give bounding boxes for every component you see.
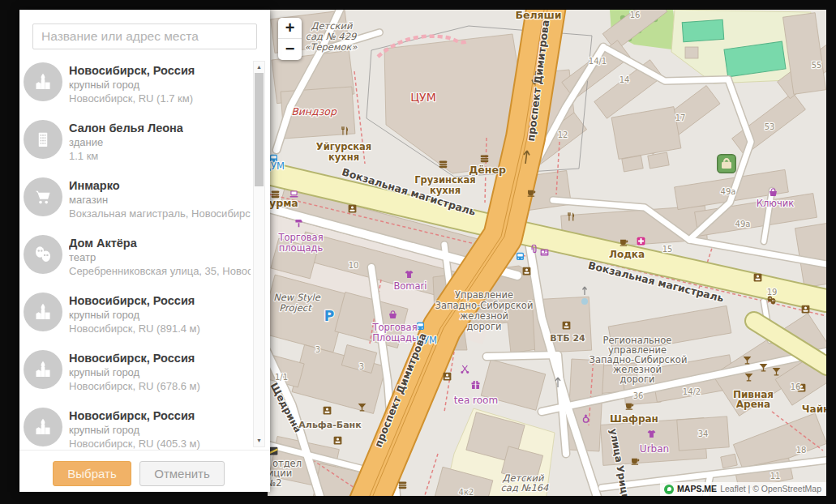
result-title: Новосибирск, Россия <box>69 408 200 423</box>
map-label: дороги <box>620 374 655 385</box>
map-label: Западно-Сибирской <box>435 300 534 311</box>
map-label: Project <box>279 302 312 314</box>
map-label: 14/1 <box>589 57 607 66</box>
search-panel: Новосибирск, Россиякрупный городНовосиби… <box>19 10 270 492</box>
map-label: tea room <box>454 395 498 406</box>
map-label: Лодка <box>609 249 645 260</box>
map-label: 4к2 <box>459 488 474 496</box>
map-label: площадь <box>279 242 324 254</box>
result-title: Новосибирск, Россия <box>69 63 195 78</box>
map-label: ЦУМ <box>410 91 435 104</box>
masks-icon <box>24 235 62 274</box>
search-result-item[interactable]: Салон белья Леоназдание1.1 км <box>19 113 270 170</box>
atm-icon <box>563 322 571 330</box>
search-result-item[interactable]: Новосибирск, Россиякрупный городНовосиби… <box>19 55 270 113</box>
result-subtitle: крупный город <box>69 365 200 379</box>
burger-icon <box>439 160 448 168</box>
atm-icon <box>444 373 452 381</box>
map-label: Дёнер <box>469 164 506 176</box>
map-label: 3 <box>359 362 364 371</box>
search-results-list: Новосибирск, Россиякрупный городНовосиби… <box>19 55 270 450</box>
result-subtitle: театр <box>69 250 251 264</box>
atm-icon <box>349 205 357 213</box>
map-label: Площадь <box>372 332 418 344</box>
map-label: железной <box>460 310 508 322</box>
result-subtitle: крупный город <box>69 308 200 322</box>
attribution-links[interactable]: Leaflet | © OpenStreetMap <box>720 482 821 496</box>
result-address: Новосибирск, RU (1.7 км) <box>69 92 195 105</box>
select-button[interactable]: Выбрать <box>53 461 131 486</box>
result-address: Серебренниковская улица, 35, Новоси... <box>69 264 251 278</box>
map-label: Торговая <box>277 232 323 243</box>
panel-footer: Выбрать Отменить <box>19 450 270 492</box>
result-subtitle: крупный город <box>69 78 195 92</box>
bus-icon <box>517 253 524 260</box>
atm-icon <box>523 267 531 275</box>
map-label: New Style <box>273 292 321 303</box>
mapsme-logo-icon <box>664 485 674 494</box>
map-label: кухня <box>328 152 359 163</box>
map-label: 18 <box>796 446 807 455</box>
map-canvas[interactable]: Детскийсад № 429«Теремок»Беляшипроспект … <box>268 10 826 496</box>
map-label: 16 <box>630 11 641 19</box>
map-label: Виндзор <box>291 105 337 117</box>
result-address: Новосибирск, RU (891.4 м) <box>69 322 200 335</box>
city-icon <box>24 350 62 389</box>
map-label: Уйгурская <box>316 141 371 152</box>
search-result-item[interactable]: ИнмаркомагазинВокзальная магистраль, Нов… <box>19 170 270 228</box>
police-icon <box>270 447 278 455</box>
map-label: ВТБ 24 <box>550 333 585 344</box>
map-label: Ключик <box>757 198 794 209</box>
result-title: Новосибирск, Россия <box>69 293 200 308</box>
map-label: Беляши <box>515 10 561 21</box>
search-result-item[interactable]: Новосибирск, Россиякрупный городНовосиби… <box>19 343 270 400</box>
search-result-item[interactable]: Новосибирск, Россиякрупный городНовосиби… <box>19 400 270 450</box>
map-label: ЦУМ <box>268 160 285 172</box>
search-result-item[interactable]: Новосибирск, Россиякрупный городНовосиби… <box>19 285 270 343</box>
result-address: Новосибирск, RU (405.3 м) <box>69 437 200 450</box>
map-label: Шафран <box>610 413 658 425</box>
app-window: Детскийсад № 429«Теремок»Беляшипроспект … <box>0 0 836 504</box>
news-icon <box>541 250 549 256</box>
map-label: Управление <box>455 289 513 301</box>
result-subtitle: магазин <box>69 193 251 207</box>
map-label: дороги <box>467 321 502 332</box>
building-icon <box>24 120 62 159</box>
scrollbar-thumb[interactable] <box>255 73 264 186</box>
burger-icon <box>481 155 489 162</box>
attribution-brand[interactable]: MAPS.ME <box>677 482 717 496</box>
results-scrollbar[interactable]: ▲ ▼ <box>253 61 265 447</box>
map-label: 55 <box>812 61 822 70</box>
cross-icon <box>637 237 645 246</box>
zoom-control: + − <box>278 18 302 60</box>
map-label: 19 <box>767 288 778 297</box>
zoom-out-button[interactable]: − <box>278 39 302 60</box>
map-label: сад № 429 <box>306 31 358 42</box>
map-svg[interactable]: Детскийсад № 429«Теремок»Беляшипроспект … <box>268 10 826 496</box>
city-icon <box>24 408 62 446</box>
search-result-item[interactable]: Дом АктёратеатрСеребренниковская улица, … <box>19 228 270 285</box>
map-label: Арена <box>736 399 770 410</box>
search-input[interactable] <box>32 23 257 49</box>
cancel-button[interactable]: Отменить <box>139 461 225 486</box>
atm-icon <box>324 407 332 415</box>
scroll-down-icon[interactable]: ▼ <box>254 436 264 446</box>
result-title: Дом Актёра <box>69 236 251 250</box>
burger-icon <box>399 481 407 489</box>
map-label: «Теремок» <box>304 41 358 53</box>
result-address: 1.1 км <box>69 149 183 163</box>
map-label: 49a <box>721 187 736 196</box>
result-address: Вокзальная магистраль, Новосибирск,... <box>69 207 251 220</box>
cart-icon <box>24 177 62 216</box>
map-label: 15 <box>662 245 673 254</box>
map-label: 34 <box>698 429 709 438</box>
city-icon <box>24 293 62 331</box>
map-label: Грузинская <box>414 174 476 186</box>
map-label: 14/2 <box>683 387 701 396</box>
map-label: 53 <box>765 122 775 131</box>
scroll-up-icon[interactable]: ▲ <box>254 62 264 72</box>
zoom-in-button[interactable]: + <box>278 18 302 39</box>
map-label: Торговая <box>371 322 417 333</box>
search-box <box>32 23 257 49</box>
map-label: 10 <box>349 261 359 270</box>
